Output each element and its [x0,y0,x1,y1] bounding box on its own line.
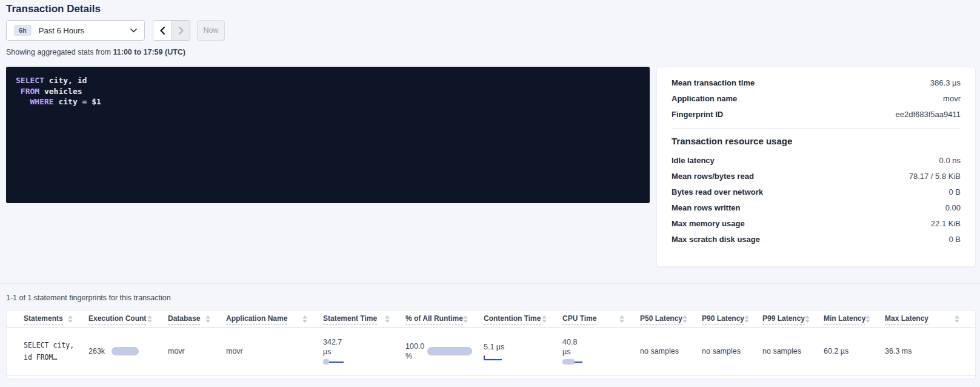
sort-icon[interactable] [68,315,73,323]
sort-icon[interactable] [463,315,468,323]
sort-icon[interactable] [619,315,624,323]
execution-count-cell: 263k [88,347,168,355]
cpu-time-bar [562,359,582,365]
summary-label: Mean transaction time [672,78,755,87]
column-header-cpu-time[interactable]: CPU Time [562,314,640,325]
column-header-max-latency[interactable]: Max Latency [885,314,975,325]
resource-row: Mean rows/bytes read78.17 / 5.8 KiB [672,168,961,184]
statement-time-unit: µs [323,347,397,357]
statements-table-caption: 1-1 of 1 statement fingerprints for this… [6,294,171,302]
resource-usage-title: Transaction resource usage [672,136,961,146]
p50-latency-cell: no samples [640,347,702,355]
sql-line: WHERE city = $1 [16,96,640,107]
summary-row: Application namemovr [672,90,961,106]
card-divider [672,128,961,129]
summary-label: Fingerprint ID [672,110,723,119]
column-header-statement-time[interactable]: Statement Time [323,314,405,325]
next-interval-button[interactable] [172,21,190,40]
contention-time-cell: 5.1 µs [484,342,562,361]
column-header-statements[interactable]: Statements [24,314,88,325]
column-header-database[interactable]: Database [168,314,226,325]
resource-label: Max scratch disk usage [672,235,760,244]
statement-time-value: 342.7 [323,337,397,347]
page-title: Transaction Details [6,3,101,15]
time-interval-dropdown[interactable]: 6h Past 6 Hours [6,20,145,41]
resource-value: 0.0 ns [939,156,961,165]
column-header-runtime-pct[interactable]: % of All Runtime [405,314,484,325]
time-controls: 6h Past 6 Hours Now [6,20,225,41]
resource-row: Idle latency0.0 ns [672,152,961,168]
sort-icon[interactable] [805,315,810,323]
transaction-sql-box: SELECT city, id FROM vehicles WHERE city… [6,67,650,203]
resource-row: Mean rows written0.00 [672,200,961,215]
column-header-contention-time[interactable]: Contention Time [484,314,562,325]
chevron-left-icon [160,27,165,35]
sort-icon[interactable] [385,315,390,323]
p90-latency-cell: no samples [702,347,762,355]
summary-row: Mean transaction time386.3 µs [672,75,961,90]
resource-value: 78.17 / 5.8 KiB [909,172,961,181]
statement-text-line1: SELECT city, [24,339,80,351]
summary-value: movr [943,94,961,103]
sort-icon[interactable] [865,315,870,323]
time-interval-badge: 6h [14,25,32,36]
sort-icon[interactable] [302,315,307,323]
resource-value: 0.00 [945,203,961,212]
cpu-time-cell: 40.8 µs [562,337,640,365]
contention-time-value: 5.1 µs [484,342,554,352]
resource-value: 0 B [948,235,961,244]
stats-range-caption: Showing aggregated stats from 11:00 to 1… [6,48,185,56]
statement-text-line2: id FROM… [24,351,80,363]
resource-label: Bytes read over network [672,187,763,197]
runtime-pct-unit: % [405,351,424,361]
runtime-pct-bar [427,347,472,355]
application-name-cell: movr [226,347,323,355]
min-latency-cell: 60.2 µs [824,347,885,355]
sort-icon[interactable] [682,315,687,323]
summary-value: ee2df683f5aa9411 [896,110,961,119]
chevron-down-icon [130,29,137,33]
max-latency-cell: 36.3 ms [885,347,975,355]
column-header-execution-count[interactable]: Execution Count [88,314,168,325]
column-header-p90-latency[interactable]: P90 Latency [702,314,762,325]
resource-label: Max memory usage [672,219,745,228]
runtime-pct-cell: 100.0 % [405,342,484,361]
chevron-right-icon [179,27,184,35]
sort-icon[interactable] [205,315,210,323]
statement-row: SELECT city, id FROM… 263k movr movr 342… [7,328,975,375]
sort-icon[interactable] [955,315,959,323]
prev-interval-button[interactable] [153,21,172,40]
column-header-p50-latency[interactable]: P50 Latency [640,314,702,325]
statements-table: Statements Execution Count Database Appl… [6,311,976,379]
sql-line: SELECT city, id [16,75,640,86]
p99-latency-cell: no samples [762,347,824,355]
resource-value: 22.1 KiB [931,219,961,228]
time-interval-label: Past 6 Hours [39,26,84,35]
execution-count-bar [112,347,139,355]
resource-row: Max scratch disk usage0 B [672,231,961,247]
section-divider [0,283,980,284]
time-step-buttons [153,20,190,41]
sort-icon[interactable] [744,315,749,323]
sort-icon[interactable] [147,315,152,323]
summary-label: Application name [672,94,737,103]
cpu-time-value: 40.8 [562,337,632,347]
sort-icon[interactable] [542,315,547,323]
cpu-time-unit: µs [562,347,632,357]
resource-label: Mean rows/bytes read [672,172,754,181]
statement-link[interactable]: SELECT city, id FROM… [24,339,88,363]
statement-time-cell: 342.7 µs [323,337,405,365]
column-header-application-name[interactable]: Application Name [226,314,323,325]
resource-value: 0 B [948,187,961,197]
now-button[interactable]: Now [197,20,225,41]
summary-row: Fingerprint IDee2df683f5aa9411 [672,106,961,122]
transaction-summary-card: Mean transaction time386.3 µs Applicatio… [656,67,976,267]
runtime-pct-value: 100.0 [405,342,424,351]
statements-table-header: Statements Execution Count Database Appl… [7,311,975,328]
database-cell: movr [168,347,226,355]
contention-time-bar [484,355,502,361]
column-header-p99-latency[interactable]: P99 Latency [762,314,824,325]
resource-label: Mean rows written [672,203,740,212]
resource-label: Idle latency [672,156,715,165]
column-header-min-latency[interactable]: Min Latency [824,314,885,325]
